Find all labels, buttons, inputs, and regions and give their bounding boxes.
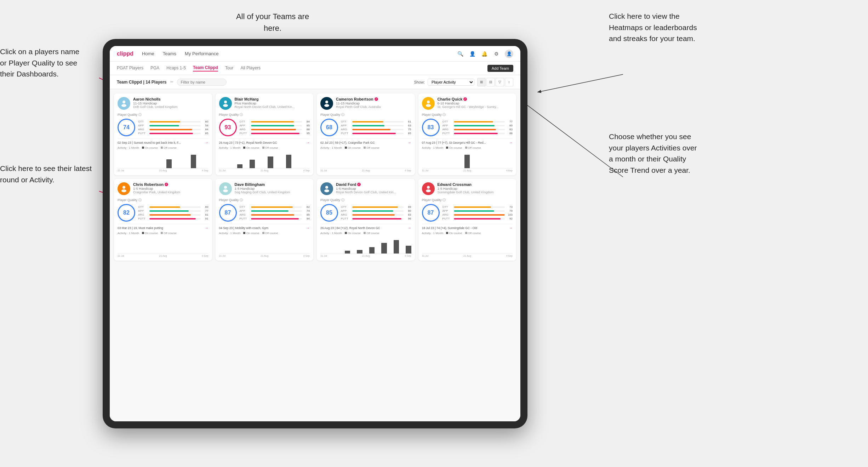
stat-row: OTT 89 xyxy=(341,205,411,209)
search-input[interactable] xyxy=(177,79,227,86)
svg-point-13 xyxy=(122,186,125,189)
stat-bar xyxy=(352,129,390,130)
player-club: Sog Maging Golf Club, United Kingdom xyxy=(235,190,310,194)
tab-team-clippd[interactable]: Team Clippd xyxy=(193,65,218,72)
svg-point-8 xyxy=(223,104,228,107)
latest-round[interactable]: 18 Jul 23 | 74 (+4), Sunningdale GC - Ol… xyxy=(422,224,513,230)
chart-labels: 31 Jul 21 Aug 4 Sep xyxy=(422,169,513,172)
latest-round[interactable]: 07 Aug 23 | 77 (+7), St George's Hill GC… xyxy=(422,138,513,144)
stat-bar-container xyxy=(352,210,404,212)
player-card[interactable]: Charlie Quick✓ 6-10 Handicap St. George'… xyxy=(418,93,516,175)
player-card[interactable]: Blair McHarg Plus Handicap Royal North D… xyxy=(216,93,314,175)
filter-btn[interactable]: ▽ xyxy=(496,78,504,86)
quality-score[interactable]: 93 xyxy=(219,119,237,136)
player-card[interactable]: Chris Robertson✓ 1-5 Handicap Craigmilla… xyxy=(114,179,212,261)
add-team-button[interactable]: Add Team xyxy=(487,65,513,72)
date-label-3: 4 Sep xyxy=(202,255,208,257)
nav-home[interactable]: Home xyxy=(142,51,154,56)
stat-row: PUTT 95 xyxy=(240,132,310,135)
sort-btn[interactable]: ↕ xyxy=(505,78,513,86)
legend-off-course: Off course xyxy=(262,146,278,149)
player-card[interactable]: Edward Crossman 1-5 Handicap Sunningdale… xyxy=(418,179,516,261)
show-select[interactable]: Player Activity Quality Score Trend xyxy=(428,79,474,86)
player-card[interactable]: David Ford✓ 1-5 Handicap Royal North Dev… xyxy=(317,179,415,261)
tab-hcaps[interactable]: Hcaps 1-5 xyxy=(166,66,186,71)
latest-round[interactable]: 26 Aug 23 | 73 (+1), Royal North Devon G… xyxy=(219,138,310,144)
chart-bar xyxy=(250,160,255,168)
stat-value: 74 xyxy=(303,209,310,212)
stat-row: OTT 73 xyxy=(442,205,513,209)
quality-score[interactable]: 82 xyxy=(118,204,135,222)
tab-all-players[interactable]: All Players xyxy=(240,66,261,71)
player-name[interactable]: Cameron Robertson✓ xyxy=(336,97,411,101)
chart-labels: 31 Jul 21 Aug 4 Sep xyxy=(219,255,310,257)
player-name[interactable]: Edward Crossman xyxy=(438,182,513,187)
player-name[interactable]: Charlie Quick✓ xyxy=(438,97,513,101)
legend-off-course: Off course xyxy=(262,232,278,235)
stat-row: ARG 75 xyxy=(341,128,411,131)
player-info: Aaron Nicholls 11-15 Handicap Drift Golf… xyxy=(133,97,209,109)
chart-bar xyxy=(286,155,291,168)
legend-on-course: On course xyxy=(345,146,361,149)
search-icon[interactable]: 🔍 xyxy=(457,50,464,57)
stat-value: 85 xyxy=(202,132,209,135)
quality-score[interactable]: 83 xyxy=(422,119,440,136)
player-info: Charlie Quick✓ 6-10 Handicap St. George'… xyxy=(438,97,513,109)
settings-icon[interactable]: ⚙ xyxy=(493,50,500,57)
round-text: 02 Sep 23 | Sunset round to get back int… xyxy=(118,141,181,144)
player-card[interactable]: Cameron Robertson✓ 11-15 Handicap Royal … xyxy=(317,93,415,175)
annotation-heatmaps: Click here to view the Heatmaps or leade… xyxy=(609,11,697,44)
stat-value: 79 xyxy=(506,209,513,212)
player-avatar xyxy=(320,182,333,195)
latest-round[interactable]: 26 Aug 23 | 84 (+12), Royal North Devon … xyxy=(320,224,411,230)
player-name[interactable]: David Ford✓ xyxy=(336,182,411,187)
tab-pga[interactable]: PGA xyxy=(150,66,159,71)
quality-score[interactable]: 68 xyxy=(320,119,338,136)
player-handicap: 1-5 Handicap xyxy=(133,187,209,190)
round-arrow: → xyxy=(408,226,411,230)
quality-score[interactable]: 74 xyxy=(118,119,135,136)
player-handicap: 11-15 Handicap xyxy=(133,101,209,105)
activity-label: Activity · 1 Month On course Off course xyxy=(219,146,310,149)
activity-section: Activity · 1 Month On course Off course … xyxy=(219,232,310,257)
nav-teams[interactable]: Teams xyxy=(163,51,176,56)
tab-tour[interactable]: Tour xyxy=(225,66,233,71)
quality-score[interactable]: 87 xyxy=(219,204,237,222)
stats-grid: OTT 84 APP 85 ARG 88 PUTT 95 xyxy=(240,120,310,135)
stat-value: 103 xyxy=(506,213,513,216)
player-avatar xyxy=(422,97,435,110)
latest-round[interactable]: 02 Sep 23 | Sunset round to get back int… xyxy=(118,138,209,144)
bell-icon[interactable]: 🔔 xyxy=(481,50,488,57)
latest-round[interactable]: 02 Jul 23 | 59 (+17), Craigmillar Park G… xyxy=(320,138,411,144)
player-card[interactable]: Dave Billingham 1-5 Handicap Sog Maging … xyxy=(216,179,314,261)
stat-value: 83 xyxy=(506,128,513,131)
date-label-2: 21 Aug xyxy=(362,169,370,172)
stat-bar xyxy=(352,218,401,220)
player-name[interactable]: Aaron Nicholls xyxy=(133,97,209,101)
tab-pgat[interactable]: PGAT Players xyxy=(117,66,143,71)
stat-row: OTT 61 xyxy=(341,120,411,123)
player-name[interactable]: Chris Robertson✓ xyxy=(133,182,209,187)
nav-my-performance[interactable]: My Performance xyxy=(185,51,218,56)
latest-round[interactable]: 04 Sep 23 | Mobility with coach, Gym → xyxy=(219,224,310,230)
activity-section: Activity · 1 Month On course Off course … xyxy=(118,232,209,257)
avatar-icon[interactable]: 👤 xyxy=(505,50,513,58)
player-name[interactable]: Blair McHarg xyxy=(235,97,310,101)
latest-round[interactable]: 03 Mar 23 | 19, Must make putting → xyxy=(118,224,209,230)
stat-bar-container xyxy=(454,133,505,134)
list-view-btn[interactable]: ⊟ xyxy=(486,78,495,86)
chart-bar xyxy=(406,246,411,254)
stat-bar-container xyxy=(352,129,404,130)
stat-bar xyxy=(352,206,398,208)
user-icon[interactable]: 👤 xyxy=(469,50,476,57)
stat-value: 84 xyxy=(202,128,209,131)
edit-icon[interactable]: ✏ xyxy=(170,80,173,84)
legend-off-course: Off course xyxy=(465,232,481,235)
grid-view-btn[interactable]: ⊞ xyxy=(477,78,486,86)
player-card[interactable]: Aaron Nicholls 11-15 Handicap Drift Golf… xyxy=(114,93,212,175)
quality-section: 74 OTT 60 APP 58 ARG 84 PUTT 85 xyxy=(118,119,209,136)
quality-score[interactable]: 85 xyxy=(320,204,338,222)
quality-score[interactable]: 87 xyxy=(422,204,440,222)
player-info: Dave Billingham 1-5 Handicap Sog Maging … xyxy=(235,182,310,194)
player-name[interactable]: Dave Billingham xyxy=(235,182,310,187)
